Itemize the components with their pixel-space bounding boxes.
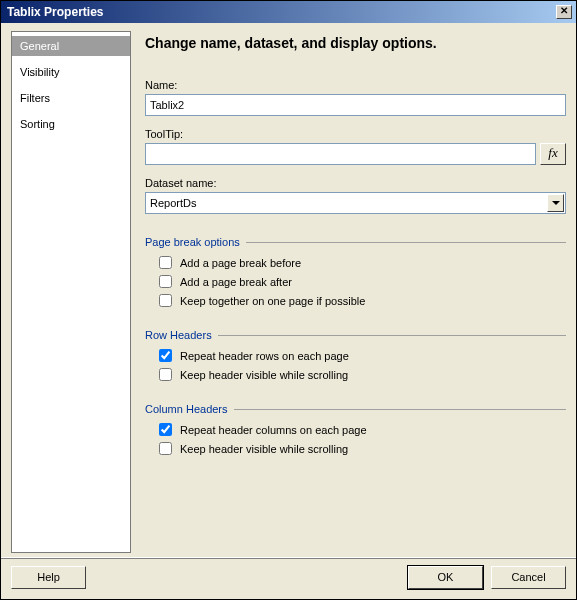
dialog-window: Tablix Properties ✕ General Visibility F… (0, 0, 577, 600)
button-label: Help (37, 571, 60, 583)
chevron-down-icon[interactable] (547, 194, 564, 212)
titlebar: Tablix Properties ✕ (1, 1, 576, 23)
sidebar-item-visibility[interactable]: Visibility (12, 62, 130, 82)
group-header-page-break: Page break options (145, 236, 566, 248)
checkbox[interactable] (159, 368, 172, 381)
group-row-headers: Row Headers Repeat header rows on each p… (145, 329, 566, 381)
sidebar: General Visibility Filters Sorting (11, 31, 131, 553)
fx-icon: fx (548, 145, 557, 160)
sidebar-item-label: Filters (20, 92, 50, 104)
check-repeat-row-headers[interactable]: Repeat header rows on each page (159, 349, 566, 362)
name-input[interactable] (145, 94, 566, 116)
name-label: Name: (145, 79, 566, 91)
dataset-field-block: Dataset name: (145, 177, 566, 214)
dataset-label: Dataset name: (145, 177, 566, 189)
sidebar-item-label: Sorting (20, 118, 55, 130)
group-title: Row Headers (145, 329, 212, 341)
main-panel: Change name, dataset, and display option… (139, 31, 566, 553)
sidebar-item-sorting[interactable]: Sorting (12, 114, 130, 134)
check-label: Repeat header columns on each page (180, 424, 367, 436)
checkbox[interactable] (159, 294, 172, 307)
help-button[interactable]: Help (11, 566, 86, 589)
dialog-footer: Help OK Cancel (1, 557, 576, 599)
tooltip-field-block: ToolTip: fx (145, 128, 566, 165)
check-repeat-column-headers[interactable]: Repeat header columns on each page (159, 423, 566, 436)
group-column-headers: Column Headers Repeat header columns on … (145, 403, 566, 455)
check-page-break-before[interactable]: Add a page break before (159, 256, 566, 269)
divider (246, 242, 566, 243)
sidebar-item-label: Visibility (20, 66, 60, 78)
button-label: OK (438, 571, 454, 583)
check-label: Add a page break before (180, 257, 301, 269)
checkbox[interactable] (159, 349, 172, 362)
sidebar-item-filters[interactable]: Filters (12, 88, 130, 108)
page-title: Change name, dataset, and display option… (145, 35, 566, 51)
check-column-header-visible-scroll[interactable]: Keep header visible while scrolling (159, 442, 566, 455)
check-keep-together[interactable]: Keep together on one page if possible (159, 294, 566, 307)
cancel-button[interactable]: Cancel (491, 566, 566, 589)
tooltip-label: ToolTip: (145, 128, 566, 140)
name-field-block: Name: (145, 79, 566, 116)
close-icon: ✕ (560, 5, 568, 16)
dialog-body: General Visibility Filters Sorting Chang… (1, 23, 576, 557)
sidebar-item-label: General (20, 40, 59, 52)
check-label: Repeat header rows on each page (180, 350, 349, 362)
dataset-value[interactable] (145, 192, 566, 214)
divider (218, 335, 566, 336)
group-title: Column Headers (145, 403, 228, 415)
group-header-row-headers: Row Headers (145, 329, 566, 341)
button-label: Cancel (511, 571, 545, 583)
window-title: Tablix Properties (7, 5, 103, 19)
checkbox[interactable] (159, 423, 172, 436)
divider (234, 409, 566, 410)
checkbox[interactable] (159, 442, 172, 455)
dataset-select[interactable] (145, 192, 566, 214)
ok-button[interactable]: OK (408, 566, 483, 589)
tooltip-input[interactable] (145, 143, 536, 165)
check-label: Keep together on one page if possible (180, 295, 365, 307)
group-header-column-headers: Column Headers (145, 403, 566, 415)
sidebar-item-general[interactable]: General (12, 36, 130, 56)
check-page-break-after[interactable]: Add a page break after (159, 275, 566, 288)
check-row-header-visible-scroll[interactable]: Keep header visible while scrolling (159, 368, 566, 381)
check-label: Add a page break after (180, 276, 292, 288)
expression-button[interactable]: fx (540, 143, 566, 165)
close-button[interactable]: ✕ (556, 5, 572, 19)
checkbox[interactable] (159, 256, 172, 269)
checkbox[interactable] (159, 275, 172, 288)
check-label: Keep header visible while scrolling (180, 369, 348, 381)
check-label: Keep header visible while scrolling (180, 443, 348, 455)
group-title: Page break options (145, 236, 240, 248)
group-page-break: Page break options Add a page break befo… (145, 236, 566, 307)
